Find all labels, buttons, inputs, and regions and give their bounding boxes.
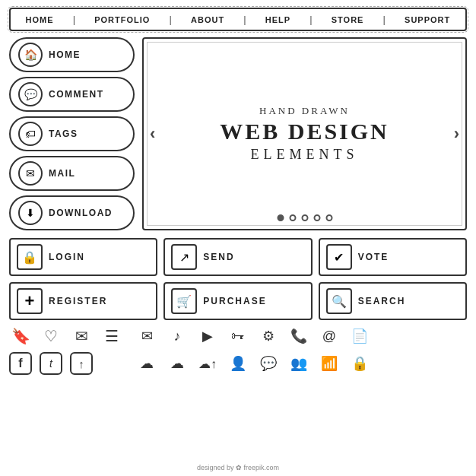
register-label: REGISTER [49, 296, 107, 306]
cloud-icon: ☁ [135, 352, 158, 375]
send-icon: ↗ [171, 244, 197, 270]
sidebar-item-comment[interactable]: 💬 COMMENT [9, 77, 135, 112]
login-icon: 🔒 [17, 244, 43, 270]
hero-elements: ELEMENTS [251, 147, 359, 163]
dot-1[interactable] [277, 214, 284, 221]
slider-arrow-right[interactable]: › [454, 124, 459, 144]
sidebar-label-tags: TAGS [49, 129, 78, 139]
at-icon: @ [318, 325, 341, 347]
settings-icon: ⚙ [257, 325, 280, 347]
envelope-icon: ✉ [70, 325, 93, 347]
icons-row-3: ☁ ☁ ☁↑ 👤 💬 👥 📶 🔒 [135, 352, 371, 375]
download-icon: ⬇ [18, 201, 43, 225]
lock-icon: 🔒 [348, 352, 371, 375]
tags-icon: 🏷 [18, 122, 43, 146]
sidebar-item-tags[interactable]: 🏷 TAGS [9, 116, 135, 151]
hero-slider: ‹ HAND DRAWN WEB DESIGN ELEMENTS › [142, 37, 467, 230]
mail-icon: ✉ [18, 161, 43, 186]
dot-2[interactable] [289, 214, 296, 221]
icons-row-social: f t ↑ [9, 352, 123, 375]
play-icon: ▶ [196, 325, 219, 347]
comment-icon: 💬 [18, 82, 43, 106]
twitter-icon: t [40, 352, 62, 375]
mail2-icon: ✉ [135, 325, 158, 347]
purchase-label: PURCHASE [203, 296, 266, 306]
nav-item-home[interactable]: HOME [21, 15, 59, 24]
vote-icon: ✔ [326, 244, 352, 270]
phone-icon: 📞 [287, 325, 310, 347]
dot-4[interactable] [313, 214, 320, 221]
icons-section: 🔖 ♡ ✉ ☰ f t ↑ ✉ ♪ ▶ 🗝 ⚙ 📞 @ 📄 [9, 325, 467, 375]
nav-item-support[interactable]: SUPPORT [400, 15, 455, 24]
footer-text: designed by ✿ freepik.com [197, 464, 279, 471]
dot-5[interactable] [325, 214, 332, 221]
login-label: LOGIN [49, 252, 85, 262]
vote-label: VOTE [358, 252, 389, 262]
sidebar-item-mail[interactable]: ✉ MAIL [9, 156, 135, 191]
cloud2-icon: ☁ [166, 352, 189, 375]
login-button[interactable]: 🔒 LOGIN [9, 238, 157, 276]
user-icon: 👤 [227, 352, 249, 375]
search-label: SEARCH [358, 296, 406, 306]
hero-title: WEB DESIGN [220, 119, 389, 144]
send-label: SEND [203, 252, 234, 262]
send-button[interactable]: ↗ SEND [163, 238, 312, 276]
bookmark-icon: 🔖 [9, 325, 32, 347]
sidebar-item-home[interactable]: 🏠 HOME [9, 37, 135, 72]
register-icon: + [17, 288, 43, 314]
home-icon: 🏠 [18, 43, 43, 67]
nav-item-store[interactable]: STORE [327, 15, 369, 24]
sidebar-label-home: HOME [49, 49, 81, 60]
rss-icon: 📶 [318, 352, 341, 375]
top-navigation: HOME | PORTFOLIO | ABOUT | HELP | STORE … [9, 8, 467, 31]
register-button[interactable]: + REGISTER [9, 282, 157, 320]
icons-row-1: 🔖 ♡ ✉ ☰ [9, 325, 123, 347]
icons-row-2: ✉ ♪ ▶ 🗝 ⚙ 📞 @ 📄 [135, 325, 371, 347]
hero-subtitle: HAND DRAWN [259, 105, 350, 117]
vote-button[interactable]: ✔ VOTE [319, 238, 467, 276]
nav-item-portfolio[interactable]: PORTFOLIO [90, 15, 154, 24]
chat-icon: 💬 [257, 352, 280, 375]
slider-arrow-left[interactable]: ‹ [150, 124, 155, 144]
heart-icon: ♡ [40, 325, 62, 347]
dot-3[interactable] [301, 214, 308, 221]
music-icon: ♪ [166, 325, 189, 347]
sidebar-label-download: DOWNLOAD [49, 208, 113, 218]
group-icon: 👥 [287, 352, 310, 375]
cloud-upload-icon: ☁↑ [196, 352, 219, 375]
footer: designed by ✿ freepik.com [0, 464, 476, 471]
key-icon: 🗝 [227, 325, 249, 347]
nav-item-about[interactable]: ABOUT [186, 15, 229, 24]
purchase-button[interactable]: 🛒 PURCHASE [163, 282, 312, 320]
purchase-icon: 🛒 [171, 288, 197, 314]
search-button[interactable]: 🔍 SEARCH [319, 282, 467, 320]
nav-item-help[interactable]: HELP [261, 15, 295, 24]
action-buttons: 🔒 LOGIN ↗ SEND ✔ VOTE + REGISTER 🛒 PURCH… [9, 238, 467, 320]
sidebar-label-mail: MAIL [49, 168, 75, 179]
document-icon: 📄 [348, 325, 371, 347]
sidebar-item-download[interactable]: ⬇ DOWNLOAD [9, 195, 135, 230]
share-icon: ↑ [70, 352, 93, 375]
sidebar-label-comment: COMMENT [49, 89, 104, 100]
facebook-icon: f [9, 352, 32, 375]
menu-icon: ☰ [100, 325, 123, 347]
slider-dots [277, 214, 332, 221]
main-content: 🏠 HOME 💬 COMMENT 🏷 TAGS ✉ MAIL ⬇ DOWNLOA… [9, 37, 467, 230]
search-icon: 🔍 [326, 288, 352, 314]
sidebar: 🏠 HOME 💬 COMMENT 🏷 TAGS ✉ MAIL ⬇ DOWNLOA… [9, 37, 135, 230]
